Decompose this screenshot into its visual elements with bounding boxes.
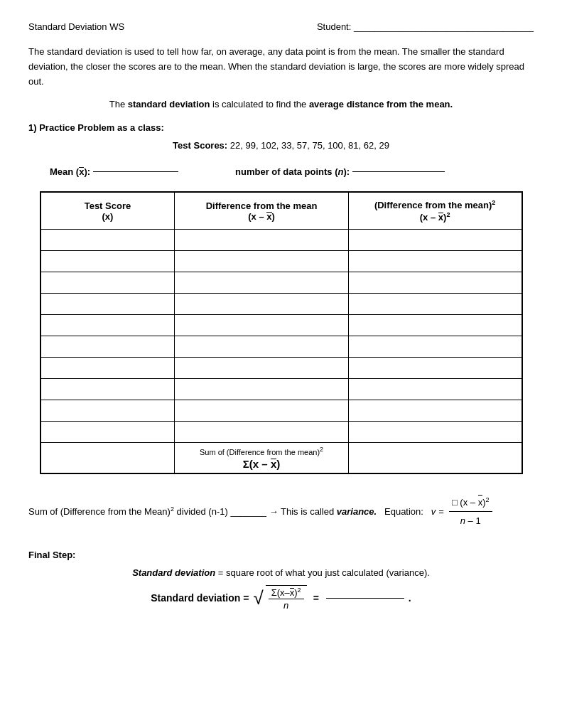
sd-equation: Standard deviation = √ Σ(x–x)2 n = . bbox=[151, 585, 411, 611]
variance-arrow: → This is called bbox=[269, 506, 337, 517]
page-header: Standard Deviation WS Student: _________… bbox=[28, 21, 534, 32]
test-scores: Test Scores: 22, 99, 102, 33, 57, 75, 10… bbox=[28, 140, 534, 151]
table-row bbox=[40, 400, 522, 421]
bold-line-pre: The bbox=[109, 99, 128, 109]
sum-label-line2: Σ(x – x) bbox=[180, 458, 342, 470]
sd-period: . bbox=[409, 592, 411, 604]
mean-row: Mean (x): number of data points (n): bbox=[28, 166, 534, 177]
sd-description: Standard deviation = square root of what… bbox=[28, 567, 534, 578]
col3-header-line2: (x – x)2 bbox=[355, 211, 516, 223]
worksheet-title: Standard Deviation WS bbox=[28, 21, 124, 32]
col2-header-line1: Difference from the mean bbox=[180, 200, 342, 211]
variance-row: Sum of (Difference from the Mean)2 divid… bbox=[28, 494, 534, 530]
variance-pre: Sum of (Difference from the Mean)2 divid… bbox=[28, 506, 266, 517]
sd-equation-row: Standard deviation = √ Σ(x–x)2 n = . bbox=[28, 585, 534, 611]
table-row bbox=[40, 357, 522, 378]
sd-answer-line bbox=[326, 598, 404, 599]
sqrt-symbol: √ bbox=[253, 589, 263, 607]
table-row bbox=[40, 421, 522, 442]
table-row bbox=[40, 336, 522, 357]
n-input-line bbox=[352, 171, 445, 172]
variance-equation: v = □ (x – x)2 n – 1 bbox=[431, 494, 495, 530]
scores-list: 22, 99, 102, 33, 57, 75, 100, 81, 62, 29 bbox=[230, 140, 389, 151]
sd-denominator: n bbox=[281, 599, 291, 611]
col1-header: Test Score (x) bbox=[40, 192, 175, 229]
section-title: 1) Practice Problem as a class: bbox=[28, 122, 534, 133]
sum-row: Sum of (Difference from the mean)2 Σ(x –… bbox=[40, 442, 522, 473]
col2-header-line2: (x – x) bbox=[180, 211, 342, 222]
mean-label: Mean (x): bbox=[50, 166, 90, 177]
variance-eq-label: Equation: bbox=[379, 506, 428, 517]
sd-equals: = bbox=[313, 592, 319, 604]
col3-header: (Difference from the mean)2 (x – x)2 bbox=[348, 192, 522, 229]
table-row bbox=[40, 229, 522, 250]
table-row bbox=[40, 378, 522, 400]
sd-desc-post: = square root of what you just calculate… bbox=[218, 567, 430, 578]
variance-numerator: □ (x – x)2 bbox=[449, 494, 492, 513]
n-label: number of data points (n): bbox=[235, 166, 350, 177]
sd-fraction: Σ(x–x)2 n bbox=[266, 585, 307, 611]
bold-term1: standard deviation bbox=[128, 99, 210, 109]
bold-center-line: The standard deviation is calculated to … bbox=[28, 99, 534, 109]
table-row bbox=[40, 250, 522, 272]
table-row bbox=[40, 293, 522, 314]
col2-header: Difference from the mean (x – x) bbox=[175, 192, 348, 229]
col1-header-line2: (x) bbox=[47, 211, 169, 222]
variance-term: variance. bbox=[337, 506, 377, 517]
sd-numerator: Σ(x–x)2 bbox=[269, 587, 304, 599]
variance-denominator: n – 1 bbox=[458, 512, 484, 529]
mean-input-line bbox=[93, 171, 178, 172]
sum-cell: Sum of (Difference from the mean)2 Σ(x –… bbox=[175, 442, 348, 473]
col1-header-line1: Test Score bbox=[47, 200, 169, 211]
table-header-row: Test Score (x) Difference from the mean … bbox=[40, 192, 522, 229]
scores-label: Test Scores: bbox=[173, 140, 227, 151]
final-step-label: Final Step: bbox=[28, 550, 534, 560]
sum-label-line1: Sum of (Difference from the mean)2 bbox=[180, 446, 342, 456]
data-table: Test Score (x) Difference from the mean … bbox=[40, 191, 523, 473]
final-step-title: Final Step: bbox=[28, 550, 75, 560]
table-row bbox=[40, 314, 522, 336]
intro-paragraph: The standard deviation is used to tell h… bbox=[28, 45, 534, 89]
table-row bbox=[40, 272, 522, 293]
sd-sqrt-wrapper: √ Σ(x–x)2 n bbox=[253, 585, 308, 611]
sd-eq-label: Standard deviation = bbox=[151, 592, 249, 604]
col3-header-line1: (Difference from the mean)2 bbox=[355, 199, 516, 210]
bold-line-mid: is calculated to find the bbox=[210, 99, 308, 109]
sd-bold-term: Standard deviation bbox=[132, 567, 215, 578]
bold-term2: average distance from the mean. bbox=[309, 99, 453, 109]
student-field: Student: _______________________________… bbox=[317, 21, 534, 32]
variance-fraction: □ (x – x)2 n – 1 bbox=[449, 494, 492, 530]
